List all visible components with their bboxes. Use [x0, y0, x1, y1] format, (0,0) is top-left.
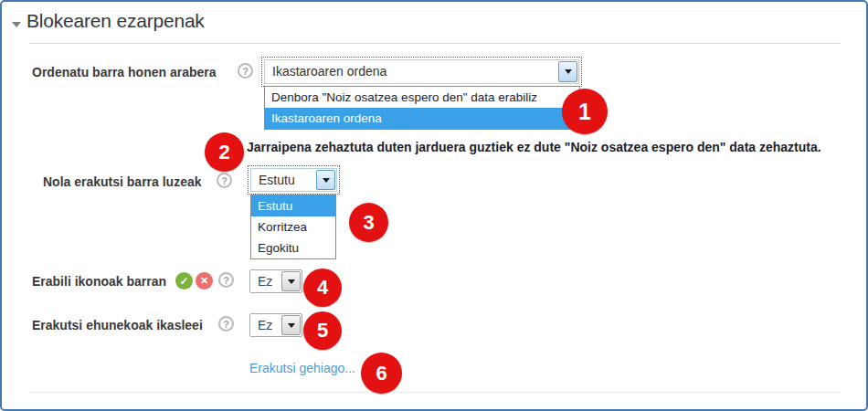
use-icons-select[interactable]: Ez: [249, 269, 302, 293]
show-percentage-select-value: Ez: [250, 314, 281, 336]
dropdown-arrow-button[interactable]: [558, 61, 577, 82]
callout-badge-6: 6: [361, 353, 402, 394]
long-bars-option-1[interactable]: Estutu: [251, 195, 335, 216]
cross-icon: ✕: [196, 272, 213, 290]
dropdown-arrow-button[interactable]: [316, 170, 335, 190]
help-icon-long-bars[interactable]: ?: [217, 173, 232, 188]
callout-badge-1: 1: [562, 89, 608, 134]
help-icon-order-by[interactable]: ?: [238, 63, 253, 79]
callout-badge-5: 5: [303, 311, 342, 350]
chevron-down-icon: [323, 178, 330, 183]
callout-badge-3: 3: [349, 203, 388, 242]
order-by-option-2[interactable]: Ikastaroaren ordena: [265, 108, 579, 129]
order-by-dropdown-list: Denbora "Noiz osatzea espero den" data e…: [264, 86, 580, 130]
collapse-triangle-icon[interactable]: [12, 22, 21, 27]
callout-badge-2: 2: [205, 132, 244, 172]
section-title[interactable]: Blokearen ezarpenak: [26, 10, 205, 32]
order-by-select[interactable]: Ikastaroaren ordena: [264, 59, 579, 84]
order-by-option-1[interactable]: Denbora "Noiz osatzea espero den" data e…: [265, 87, 579, 108]
show-percentage-label: Erakutsi ehunekoak ikasleei: [32, 318, 203, 332]
long-bars-select-value: Estutu: [251, 169, 315, 191]
chevron-down-icon: [288, 323, 295, 328]
long-bars-option-2[interactable]: Korritzea: [251, 216, 335, 237]
long-bars-dropdown-list: Estutu Korritzea Egokitu: [250, 195, 336, 259]
order-by-select-value: Ikastaroaren ordena: [265, 60, 557, 83]
dropdown-arrow-button[interactable]: [281, 315, 301, 335]
check-icon: ✓: [175, 272, 193, 290]
bottom-divider: [29, 392, 841, 393]
help-icon-show-percentage[interactable]: ?: [218, 316, 234, 332]
show-percentage-select[interactable]: Ez: [249, 313, 302, 337]
show-more-link[interactable]: Erakutsi gehiago...: [249, 361, 355, 375]
warning-text: Jarraipena zehaztuta duten jarduera guzt…: [247, 140, 821, 154]
chevron-down-icon: [565, 69, 572, 74]
header-divider: [29, 43, 841, 44]
block-settings-panel: Blokearen ezarpenak Ordenatu barra honen…: [0, 0, 868, 411]
help-icon-use-icons[interactable]: ?: [218, 272, 234, 288]
order-by-label: Ordenatu barra honen arabera: [32, 65, 217, 79]
long-bars-select[interactable]: Estutu: [250, 168, 337, 192]
dropdown-arrow-button[interactable]: [281, 271, 301, 291]
long-bars-label: Nola erakutsi barra luzeak: [43, 174, 202, 189]
use-icons-select-value: Ez: [250, 270, 281, 292]
use-icons-label: Erabili ikonoak barran: [32, 274, 166, 289]
chevron-down-icon: [288, 279, 295, 284]
callout-badge-4: 4: [303, 269, 342, 307]
long-bars-option-3[interactable]: Egokitu: [251, 237, 335, 258]
